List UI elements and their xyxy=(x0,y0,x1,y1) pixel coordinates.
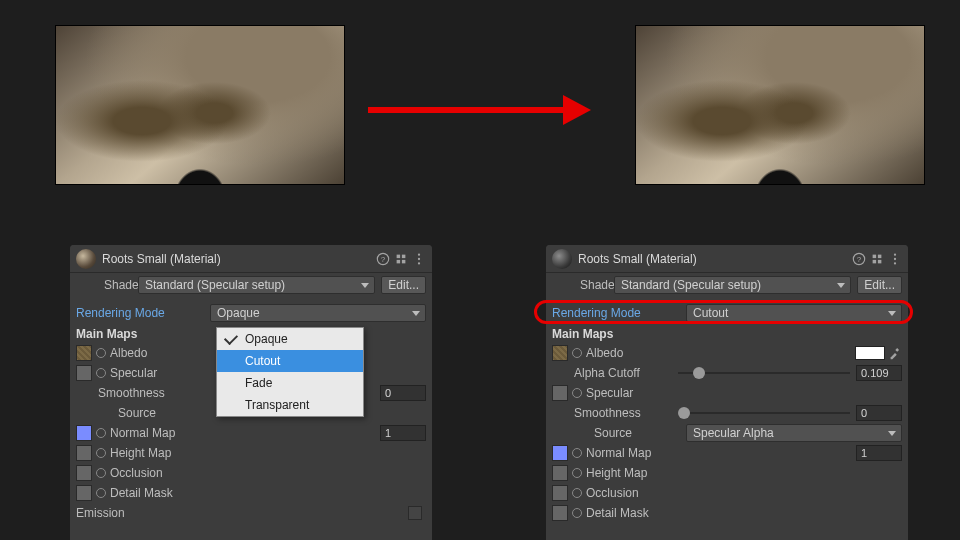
rendering-mode-row: Rendering Mode Cutout xyxy=(546,303,908,323)
rendering-mode-row: Rendering Mode Opaque xyxy=(70,303,432,323)
svg-rect-12 xyxy=(878,254,882,258)
specular-row: Specular xyxy=(546,383,908,403)
height-texture-slot[interactable] xyxy=(76,445,92,461)
emission-checkbox[interactable] xyxy=(408,506,422,520)
link-icon[interactable] xyxy=(96,448,106,458)
albedo-color-swatch[interactable] xyxy=(855,346,885,360)
svg-rect-3 xyxy=(402,254,406,258)
specular-texture-slot[interactable] xyxy=(76,365,92,381)
preset-icon[interactable] xyxy=(394,252,408,266)
svg-point-8 xyxy=(418,262,420,264)
normal-row: Normal Map xyxy=(546,443,908,463)
panel-header: Roots Small (Material) ? xyxy=(70,245,432,273)
normal-texture-slot[interactable] xyxy=(76,425,92,441)
albedo-texture-slot[interactable] xyxy=(76,345,92,361)
detailmask-row: Detail Mask xyxy=(70,483,432,503)
material-title: Roots Small (Material) xyxy=(578,252,848,266)
height-label: Height Map xyxy=(586,466,647,480)
detailmask-texture-slot[interactable] xyxy=(76,485,92,501)
normal-texture-slot[interactable] xyxy=(552,445,568,461)
alpha-cutoff-slider[interactable] xyxy=(678,365,850,381)
link-icon[interactable] xyxy=(96,488,106,498)
rendering-mode-dropdown[interactable]: Opaque xyxy=(210,304,426,322)
svg-point-15 xyxy=(894,253,896,255)
preset-icon[interactable] xyxy=(870,252,884,266)
svg-rect-4 xyxy=(397,259,401,263)
option-transparent[interactable]: Transparent xyxy=(217,394,363,416)
link-icon[interactable] xyxy=(96,368,106,378)
link-icon[interactable] xyxy=(572,488,582,498)
svg-text:?: ? xyxy=(857,254,862,263)
link-icon[interactable] xyxy=(96,468,106,478)
rendering-mode-label: Rendering Mode xyxy=(76,306,210,320)
source-label: Source xyxy=(552,426,686,440)
link-icon[interactable] xyxy=(96,348,106,358)
panel-header: Roots Small (Material) ? xyxy=(546,245,908,273)
specular-texture-slot[interactable] xyxy=(552,385,568,401)
shader-dropdown[interactable]: Standard (Specular setup) xyxy=(138,276,375,294)
alpha-cutoff-row: Alpha Cutoff xyxy=(546,363,908,383)
smoothness-field[interactable] xyxy=(380,385,426,401)
link-icon[interactable] xyxy=(572,348,582,358)
option-cutout[interactable]: Cutout xyxy=(217,350,363,372)
rendering-mode-options: Opaque Cutout Fade Transparent xyxy=(216,327,364,417)
height-row: Height Map xyxy=(546,463,908,483)
rendering-mode-label: Rendering Mode xyxy=(552,306,686,320)
normal-strength-field[interactable] xyxy=(856,445,902,461)
source-row: Source Specular Alpha xyxy=(546,423,908,443)
occlusion-label: Occlusion xyxy=(586,486,639,500)
smoothness-slider[interactable] xyxy=(678,405,850,421)
smoothness-label: Smoothness xyxy=(552,406,672,420)
svg-text:?: ? xyxy=(381,254,386,263)
shader-label: Shader xyxy=(76,278,138,292)
link-icon[interactable] xyxy=(572,448,582,458)
albedo-texture-slot[interactable] xyxy=(552,345,568,361)
eyedropper-icon[interactable] xyxy=(888,346,902,360)
help-icon[interactable]: ? xyxy=(376,252,390,266)
normal-row: Normal Map xyxy=(70,423,432,443)
normal-label: Normal Map xyxy=(110,426,175,440)
link-icon[interactable] xyxy=(572,508,582,518)
link-icon[interactable] xyxy=(96,428,106,438)
menu-icon[interactable] xyxy=(412,252,426,266)
albedo-label: Albedo xyxy=(110,346,147,360)
menu-icon[interactable] xyxy=(888,252,902,266)
alpha-cutoff-field[interactable] xyxy=(856,365,902,381)
occlusion-row: Occlusion xyxy=(546,483,908,503)
shader-label: Shader xyxy=(552,278,614,292)
svg-rect-11 xyxy=(873,254,877,258)
detailmask-texture-slot[interactable] xyxy=(552,505,568,521)
occlusion-label: Occlusion xyxy=(110,466,163,480)
albedo-color-field[interactable] xyxy=(855,345,902,361)
option-fade[interactable]: Fade xyxy=(217,372,363,394)
height-texture-slot[interactable] xyxy=(552,465,568,481)
svg-rect-13 xyxy=(873,259,877,263)
shader-row: Shader Standard (Specular setup) Edit... xyxy=(70,273,432,297)
svg-rect-2 xyxy=(397,254,401,258)
shader-dropdown[interactable]: Standard (Specular setup) xyxy=(614,276,851,294)
option-opaque[interactable]: Opaque xyxy=(217,328,363,350)
inspector-panel-right: Roots Small (Material) ? Shader Standard… xyxy=(546,245,908,540)
source-dropdown[interactable]: Specular Alpha xyxy=(686,424,902,442)
smoothness-field[interactable] xyxy=(856,405,902,421)
height-row: Height Map xyxy=(70,443,432,463)
edit-shader-button[interactable]: Edit... xyxy=(381,276,426,294)
occlusion-texture-slot[interactable] xyxy=(552,485,568,501)
help-icon[interactable]: ? xyxy=(852,252,866,266)
link-icon[interactable] xyxy=(572,388,582,398)
rendering-mode-dropdown[interactable]: Cutout xyxy=(686,304,902,322)
height-label: Height Map xyxy=(110,446,171,460)
svg-rect-18 xyxy=(895,348,899,352)
smoothness-label: Smoothness xyxy=(76,386,210,400)
main-maps-header: Main Maps xyxy=(546,323,908,343)
comparison-arrow xyxy=(368,95,593,125)
emission-label: Emission xyxy=(76,506,125,520)
link-icon[interactable] xyxy=(572,468,582,478)
smoothness-row: Smoothness xyxy=(546,403,908,423)
occlusion-texture-slot[interactable] xyxy=(76,465,92,481)
specular-label: Specular xyxy=(110,366,157,380)
shader-row: Shader Standard (Specular setup) Edit... xyxy=(546,273,908,297)
normal-strength-field[interactable] xyxy=(380,425,426,441)
edit-shader-button[interactable]: Edit... xyxy=(857,276,902,294)
svg-point-17 xyxy=(894,262,896,264)
